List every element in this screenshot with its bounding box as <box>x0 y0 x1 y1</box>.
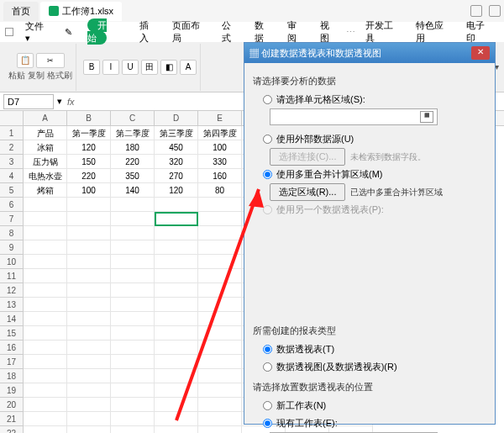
opt-pivot-chart[interactable]: 数据透视图(及数据透视表)(R) <box>253 358 486 376</box>
cell[interactable] <box>155 426 198 433</box>
cell[interactable] <box>24 240 67 255</box>
cell[interactable] <box>24 269 67 283</box>
cell[interactable] <box>111 326 155 341</box>
cell[interactable] <box>155 283 198 298</box>
opt-multi-consolidate[interactable]: 使用多重合并计算区域(M) <box>253 166 486 183</box>
cell[interactable] <box>111 198 155 212</box>
color-button[interactable]: A <box>180 60 197 75</box>
underline-button[interactable]: U <box>122 60 139 75</box>
cell[interactable] <box>67 383 111 398</box>
menu-start[interactable]: 开始 <box>81 18 131 46</box>
cell[interactable] <box>198 269 242 283</box>
cell[interactable]: 第四季度 <box>198 126 242 140</box>
row-header[interactable]: 9 <box>0 240 23 255</box>
cell[interactable] <box>24 255 67 269</box>
cell[interactable] <box>155 240 198 255</box>
cell[interactable] <box>24 226 67 240</box>
cell[interactable]: 100 <box>67 183 111 198</box>
cell[interactable] <box>24 298 67 312</box>
cell[interactable] <box>111 398 155 412</box>
cell[interactable]: 320 <box>155 155 198 169</box>
cell[interactable] <box>198 426 242 433</box>
col-header[interactable]: E <box>198 111 242 125</box>
cell[interactable]: 270 <box>155 169 198 183</box>
cell[interactable] <box>111 426 155 433</box>
cell[interactable] <box>155 312 198 326</box>
cell[interactable] <box>198 255 242 269</box>
row-header[interactable]: 8 <box>0 226 23 240</box>
cell[interactable] <box>24 383 67 398</box>
cell[interactable] <box>24 369 67 383</box>
cell[interactable] <box>198 226 242 240</box>
col-header[interactable]: D <box>155 111 198 125</box>
cell[interactable] <box>155 226 198 240</box>
opt-cell-range[interactable]: 请选择单元格区域(S): <box>253 91 486 108</box>
col-header[interactable]: B <box>67 111 111 125</box>
fx-icon[interactable]: fx <box>62 97 80 107</box>
cell[interactable] <box>198 369 242 383</box>
row-header[interactable]: 7 <box>0 212 23 226</box>
menu-formula[interactable]: 公式 <box>215 18 246 46</box>
cell[interactable] <box>198 283 242 298</box>
cell[interactable] <box>111 369 155 383</box>
cell[interactable] <box>155 355 198 369</box>
dialog-titlebar[interactable]: ▦ 创建数据透视表和数据透视图 ✕ <box>244 43 495 63</box>
cell[interactable] <box>24 355 67 369</box>
cell[interactable]: 80 <box>198 183 242 198</box>
cell[interactable] <box>67 398 111 412</box>
cell[interactable] <box>198 298 242 312</box>
cell[interactable]: 140 <box>111 183 155 198</box>
cell[interactable]: 120 <box>67 140 111 155</box>
cell[interactable] <box>111 341 155 355</box>
cell[interactable] <box>67 269 111 283</box>
fill-button[interactable]: ◧ <box>160 60 177 75</box>
cell[interactable]: 第二季度 <box>111 126 155 140</box>
cell[interactable] <box>111 283 155 298</box>
row-header[interactable]: 17 <box>0 355 23 369</box>
cell[interactable]: 电热水壶 <box>24 169 67 183</box>
cell[interactable] <box>67 255 111 269</box>
cell[interactable] <box>198 326 242 341</box>
cell[interactable] <box>198 341 242 355</box>
cell[interactable]: 120 <box>155 183 198 198</box>
cell[interactable]: 产品 <box>24 126 67 140</box>
italic-button[interactable]: I <box>102 60 119 75</box>
cell[interactable] <box>198 198 242 212</box>
col-header[interactable]: C <box>111 111 155 125</box>
cell[interactable] <box>24 198 67 212</box>
name-box[interactable]: D7 <box>3 94 54 109</box>
cell[interactable]: 第三季度 <box>155 126 198 140</box>
opt-external[interactable]: 使用外部数据源(U) <box>253 130 486 148</box>
border-button[interactable]: 田 <box>141 60 158 75</box>
cell[interactable] <box>67 240 111 255</box>
row-header[interactable]: 6 <box>0 198 23 212</box>
row-header[interactable]: 18 <box>0 369 23 383</box>
cell[interactable]: 第一季度 <box>67 126 111 140</box>
cell[interactable] <box>155 412 198 426</box>
cell[interactable] <box>155 383 198 398</box>
menu-insert[interactable]: 插入 <box>133 18 164 46</box>
cell[interactable]: 450 <box>155 140 198 155</box>
window-icon[interactable] <box>489 5 501 17</box>
menu-file[interactable]: 文件 ▾ <box>18 18 56 45</box>
row-header[interactable]: 19 <box>0 383 23 398</box>
row-header[interactable]: 12 <box>0 283 23 298</box>
menu-edit-icon[interactable]: ✎ <box>58 25 79 40</box>
row-header[interactable]: 16 <box>0 341 23 355</box>
cell[interactable] <box>155 326 198 341</box>
cell[interactable] <box>24 283 67 298</box>
cell[interactable] <box>67 212 111 226</box>
opt-pivot-table[interactable]: 数据透视表(T) <box>253 341 486 358</box>
cell[interactable] <box>155 269 198 283</box>
cell[interactable] <box>24 426 67 433</box>
cell[interactable] <box>67 198 111 212</box>
row-header[interactable]: 10 <box>0 255 23 269</box>
cell[interactable] <box>198 398 242 412</box>
bold-button[interactable]: B <box>83 60 100 75</box>
menu-overflow-icon[interactable]: ⋯ <box>346 27 357 38</box>
cell[interactable]: 330 <box>198 155 242 169</box>
cell[interactable] <box>111 383 155 398</box>
cut-button[interactable]: ✂ <box>36 53 65 68</box>
cell[interactable] <box>24 341 67 355</box>
cell[interactable] <box>24 312 67 326</box>
